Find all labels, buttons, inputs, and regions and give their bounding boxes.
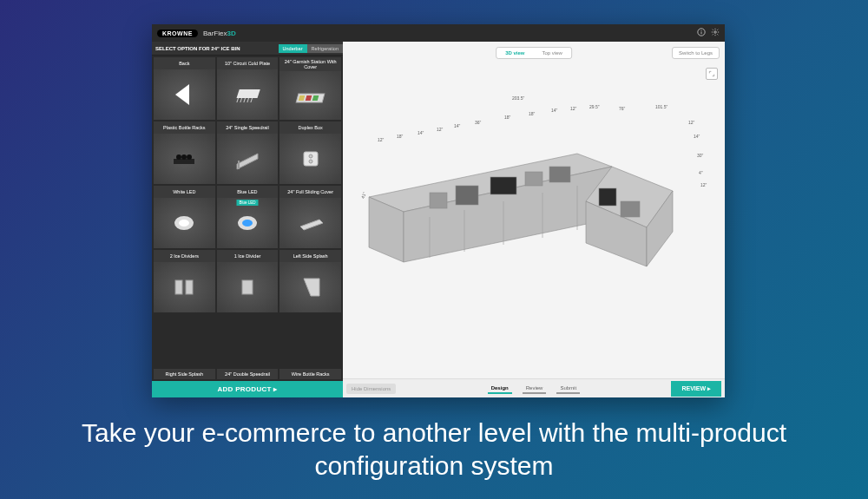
- svg-point-18: [187, 154, 192, 160]
- svg-point-17: [181, 154, 187, 160]
- svg-rect-38: [456, 186, 478, 205]
- svg-line-6: [237, 98, 239, 102]
- svg-point-16: [176, 154, 181, 160]
- sidebar-header: SELECT OPTION FOR 24" ICE BIN Underbar R…: [152, 42, 343, 56]
- svg-point-25: [242, 220, 253, 227]
- option-bottle-racks[interactable]: Plastic Bottle Racks: [154, 121, 215, 184]
- workflow-steps: Design Review Submit: [491, 385, 576, 392]
- option-2-dividers[interactable]: 2 Ice Dividers: [154, 250, 215, 312]
- viewport-footer: Hide Dimensions Design Review Submit REV…: [343, 378, 725, 397]
- option-single-speedrail[interactable]: 24" Single Speedrail: [217, 121, 279, 184]
- svg-line-7: [240, 98, 242, 102]
- tab-3d-view[interactable]: 3D view: [496, 48, 533, 58]
- dim-top-total: 203.5": [512, 95, 524, 101]
- viewport: 3D view Top view Switch to Legs: [343, 42, 725, 397]
- svg-rect-27: [175, 280, 182, 294]
- svg-line-10: [251, 98, 253, 102]
- sidebar-title: SELECT OPTION FOR 24" ICE BIN: [152, 46, 279, 51]
- option-left-splash[interactable]: Left Side Splash: [279, 250, 341, 312]
- 3d-canvas[interactable]: 203.5" 12" 18" 14" 12" 14" 36" 18" 18" 1…: [343, 62, 725, 378]
- option-1-divider[interactable]: 1 Ice Divider: [217, 250, 279, 312]
- tab-refrigeration[interactable]: Refrigeration: [307, 44, 344, 53]
- svg-marker-26: [300, 220, 323, 230]
- svg-point-3: [714, 31, 717, 34]
- svg-marker-4: [175, 84, 189, 105]
- svg-rect-40: [525, 172, 542, 186]
- option-cold-plate[interactable]: 10" Circuit Cold Plate: [217, 57, 279, 120]
- switch-legs-button[interactable]: Switch to Legs: [672, 47, 720, 59]
- hide-dimensions-button[interactable]: Hide Dimensions: [346, 384, 396, 394]
- svg-marker-30: [304, 279, 319, 296]
- svg-point-21: [309, 160, 312, 163]
- brand-logo: KROWNE: [157, 30, 198, 37]
- svg-rect-42: [599, 188, 616, 206]
- sidebar: SELECT OPTION FOR 24" ICE BIN Underbar R…: [152, 42, 343, 397]
- review-button[interactable]: REVIEW ▸: [671, 381, 721, 397]
- svg-point-23: [179, 220, 189, 227]
- step-design[interactable]: Design: [491, 385, 509, 392]
- back-arrow-icon: [154, 69, 215, 120]
- svg-rect-28: [186, 280, 193, 294]
- svg-line-9: [247, 98, 249, 102]
- info-icon[interactable]: [697, 28, 706, 38]
- svg-point-20: [309, 154, 312, 158]
- svg-rect-2: [701, 32, 702, 35]
- option-garnish-station[interactable]: 24" Garnish Station With Cover: [279, 57, 341, 120]
- add-product-button[interactable]: ADD PRODUCT ▸: [152, 381, 343, 397]
- tab-top-view[interactable]: Top view: [534, 48, 571, 58]
- marketing-tagline: Take your e-commerce to another level wi…: [0, 417, 868, 482]
- svg-rect-39: [490, 177, 516, 194]
- gear-icon[interactable]: [711, 28, 720, 38]
- option-wire-racks[interactable]: Wire Bottle Racks: [279, 369, 341, 379]
- view-tabs: 3D view Top view: [496, 47, 572, 59]
- option-white-led[interactable]: White LED: [154, 186, 215, 248]
- tab-underbar[interactable]: Underbar: [279, 44, 307, 53]
- svg-rect-29: [242, 280, 253, 294]
- app-window: KROWNE BarFlex3D SELECT OPTION FOR 24" I…: [152, 24, 725, 397]
- step-submit[interactable]: Submit: [560, 385, 576, 392]
- svg-rect-19: [304, 152, 318, 166]
- svg-rect-41: [549, 167, 570, 182]
- option-blue-led[interactable]: Blue LED Blue LED: [217, 186, 279, 248]
- svg-rect-5: [236, 89, 260, 98]
- option-grid: Back 10" Circuit Cold Plate 24" Garnish …: [152, 56, 343, 369]
- option-grid-overflow: Right Side Splash 24" Double Speedrail W…: [152, 369, 343, 381]
- app-name: BarFlex3D: [203, 30, 236, 37]
- titlebar: KROWNE BarFlex3D: [152, 24, 725, 42]
- svg-rect-37: [430, 193, 447, 208]
- svg-rect-43: [621, 201, 640, 217]
- svg-line-8: [244, 98, 246, 102]
- option-right-splash[interactable]: Right Side Splash: [154, 369, 215, 379]
- option-back[interactable]: Back: [154, 57, 215, 120]
- selected-badge: Blue LED: [236, 200, 258, 206]
- option-double-speedrail[interactable]: 24" Double Speedrail: [217, 369, 279, 379]
- option-sliding-cover[interactable]: 24" Full Sliding Cover: [279, 186, 341, 248]
- step-review[interactable]: Review: [526, 385, 543, 392]
- option-duplex-box[interactable]: Duplex Box: [279, 121, 341, 184]
- svg-point-1: [701, 30, 702, 31]
